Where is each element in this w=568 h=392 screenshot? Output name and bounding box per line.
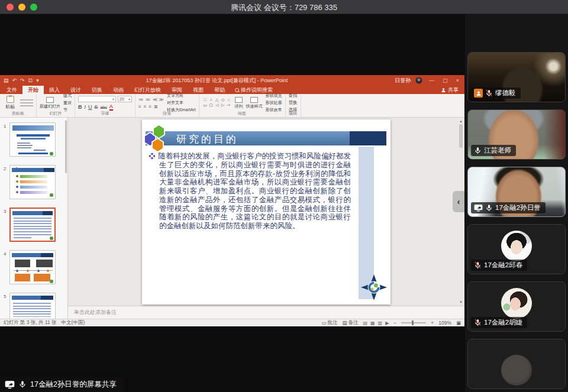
ppt-share-button[interactable]: 共享	[435, 86, 464, 94]
redo-icon[interactable]: ↷	[20, 77, 25, 83]
clipboard-small-buttons[interactable]	[20, 95, 33, 111]
slide-thumbnail-1[interactable]	[9, 122, 56, 157]
green-hexagon-icon	[153, 125, 164, 138]
language-indicator[interactable]: 中文(中国)	[62, 319, 85, 326]
replace-button[interactable]: 替换	[289, 100, 298, 106]
tab-animations[interactable]: 动画	[108, 86, 129, 94]
quick-styles-icon	[250, 97, 258, 103]
participant-name: 17金融2孙日誉	[495, 203, 541, 212]
zoom-slider[interactable]	[401, 322, 426, 323]
quick-access-toolbar: ▤ ↶ ↷ ⊡ ▾	[4, 77, 39, 83]
thumbnail-row: 2	[0, 165, 67, 199]
hand-raised-badge-icon	[474, 89, 483, 98]
ppt-document-title: 17金融2班 2017053 孙日誉 论文.ppt[兼容模式] - PowerP…	[39, 77, 395, 85]
tab-transitions[interactable]: 切换	[86, 86, 108, 94]
group-label-font: 字体	[75, 111, 135, 116]
notes-button[interactable]: ▤ 备注	[342, 319, 358, 326]
slideshow-icon[interactable]: ▶	[385, 320, 389, 326]
tab-slideshow[interactable]: 幻灯片放映	[129, 86, 166, 94]
paste-label: 粘贴	[5, 103, 15, 110]
diamond-bullet-icon	[149, 153, 155, 159]
align-left-button[interactable]: ≡	[138, 104, 141, 109]
participant-tile-3-sharing[interactable]: 17金融2孙日誉	[467, 167, 566, 217]
arrange-button[interactable]: 排列	[235, 95, 243, 111]
undo-icon[interactable]: ↶	[12, 77, 17, 83]
paste-button[interactable]: 粘贴	[3, 95, 17, 111]
numbering-button[interactable]: ≕	[146, 97, 150, 102]
align-right-button[interactable]: ≡	[149, 104, 151, 109]
justify-button[interactable]: ≣	[154, 104, 158, 109]
participant-nametag: 17金融2孙日誉	[471, 202, 546, 213]
account-name: 日誉孙	[395, 77, 411, 85]
present-icon[interactable]: ⊡	[28, 77, 33, 83]
font-name-select[interactable]: ▾	[78, 96, 116, 102]
sidebar-collapse-handle[interactable]: ‹	[453, 191, 464, 212]
tab-help[interactable]: 帮助	[209, 86, 230, 94]
font-size-select[interactable]: 20▾	[118, 96, 132, 102]
thumb-number: 3	[0, 208, 9, 242]
tab-insert[interactable]: 插入	[44, 86, 65, 94]
align-text-button[interactable]: 对齐文本	[167, 100, 196, 106]
reset-button[interactable]: 重设	[63, 100, 72, 106]
participant-name: 江芸老师	[484, 146, 511, 155]
normal-view-icon[interactable]: ▤	[363, 320, 367, 326]
participant-avatar	[501, 231, 532, 261]
strikethrough-button[interactable]: S	[95, 104, 98, 110]
shapes-gallery[interactable]: □○△◇☆ ▭⬡◁▷⇨	[202, 95, 232, 111]
participant-name: 缪德毅	[495, 89, 516, 98]
italic-button[interactable]: I	[85, 104, 86, 110]
compass-logo-icon	[360, 274, 388, 301]
slide-thumbnail-5[interactable]	[9, 293, 56, 319]
save-icon[interactable]: ▤	[4, 77, 9, 83]
participant-tile-4[interactable]: 17金融2邱春	[467, 224, 566, 274]
tab-file[interactable]: 文件	[1, 86, 22, 94]
slide-thumbnail-2[interactable]	[9, 165, 56, 199]
underline-button[interactable]: U	[88, 104, 92, 110]
ppt-restore-icon[interactable]: ▢	[441, 77, 450, 83]
account-avatar[interactable]	[415, 77, 422, 84]
current-slide: 研究的目的 随着科技的发展，商业银行客户的投资习惯和风险偏好都发生了巨大的变化，…	[142, 119, 390, 304]
zoom-percentage[interactable]: 109%	[438, 320, 451, 326]
bullets-button[interactable]: ≔	[138, 97, 143, 102]
notes-pane[interactable]: 单击此处添加备注	[68, 306, 464, 319]
zoom-out-icon[interactable]: −	[393, 320, 396, 326]
mic-muted-icon	[474, 261, 482, 269]
ppt-statusbar: 幻灯片 第 3 张, 共 11 张 中文(中国) ▭ 批注 ▤ 备注 ▤ ▦ ▥…	[0, 319, 464, 326]
bold-button[interactable]: B	[78, 104, 82, 110]
font-color-button[interactable]: A	[109, 104, 113, 111]
shape-outline-button[interactable]: 形状轮廓	[266, 100, 282, 106]
slide-thumbnail-3-selected[interactable]	[9, 208, 56, 242]
mic-muted-icon	[485, 89, 493, 97]
shape-fill-button[interactable]: 形状填充	[266, 93, 282, 99]
participant-tile-5[interactable]: 17金融2胡婕	[467, 281, 566, 332]
find-button[interactable]: 查找	[289, 93, 298, 99]
zoom-in-icon[interactable]: +	[431, 320, 434, 326]
scrollbar-thumb[interactable]	[459, 124, 463, 148]
notes-label: 备注	[348, 319, 358, 326]
text-direction-button[interactable]: 文字方向	[167, 93, 196, 99]
ribbon: 粘贴 剪贴板 新建幻灯片 版式 重设 节 幻灯片	[0, 94, 464, 118]
shadow-button[interactable]: abc	[101, 105, 107, 109]
mic-on-icon	[485, 204, 493, 212]
tab-home[interactable]: 开始	[22, 86, 44, 94]
slide-thumbnail-4[interactable]	[9, 250, 56, 284]
fit-to-window-icon[interactable]: ▣	[456, 320, 461, 326]
scroll-down-icon[interactable]: ▼	[459, 300, 463, 304]
layout-button[interactable]: 版式	[63, 93, 72, 99]
reading-view-icon[interactable]: ▥	[378, 320, 383, 326]
align-center-button[interactable]: ≡	[144, 104, 147, 109]
participant-tile-1[interactable]: 缪德毅	[467, 52, 566, 102]
slide-canvas-area: 研究的目的 随着科技的发展，商业银行客户的投资习惯和风险偏好都发生了巨大的变化，…	[68, 118, 464, 306]
zoom-slider-thumb[interactable]	[412, 320, 414, 325]
slide-sorter-icon[interactable]: ▦	[370, 320, 375, 326]
new-slide-button[interactable]: 新建幻灯片	[40, 95, 60, 111]
scroll-up-icon[interactable]: ▲	[459, 119, 463, 123]
participant-tile-2[interactable]: 江芸老师	[467, 109, 566, 160]
ppt-close-icon[interactable]: ×	[454, 77, 461, 83]
ppt-minimize-icon[interactable]: —	[427, 77, 436, 83]
thumbnail-scrollbar[interactable]	[65, 120, 67, 173]
comments-button[interactable]: ▭ 批注	[321, 319, 337, 326]
participant-tile-6-partial[interactable]	[467, 339, 566, 389]
quick-styles-button[interactable]: 快速样式	[246, 95, 263, 111]
indent-buttons[interactable]: ≪ ≫	[153, 97, 164, 102]
